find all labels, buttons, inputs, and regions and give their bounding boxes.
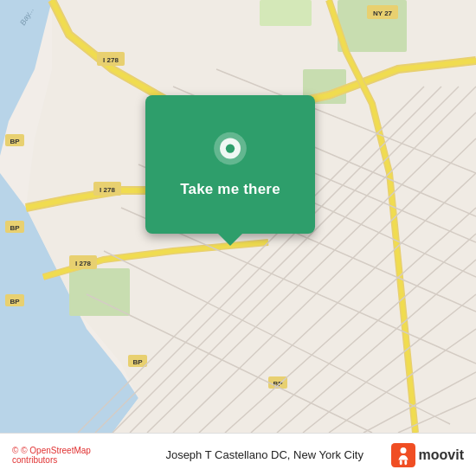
svg-rect-57	[404, 460, 407, 465]
svg-text:BP: BP	[10, 298, 20, 306]
location-label: Joseph T Castellano DC, New York City	[138, 448, 391, 461]
map-container: I 278 I 278 I 278 I 278 NY 27 BP BP BP	[0, 0, 476, 433]
svg-rect-7	[69, 268, 130, 316]
moovit-logo: moovit	[391, 443, 464, 467]
osm-text: © OpenStreetMap contributors	[12, 446, 91, 465]
moovit-brand-label: moovit	[419, 447, 464, 463]
osm-copy-symbol: ©	[12, 446, 18, 455]
svg-text:BP: BP	[132, 358, 143, 366]
svg-point-53	[226, 144, 235, 152]
location-pin-icon	[209, 131, 251, 172]
svg-text:BP: BP	[10, 224, 20, 232]
svg-text:NY 27: NY 27	[373, 10, 393, 17]
svg-text:BP: BP	[10, 138, 20, 145]
moovit-icon	[391, 443, 415, 467]
take-me-there-label: Take me there	[180, 181, 280, 198]
svg-text:I 278: I 278	[75, 260, 91, 267]
svg-rect-5	[260, 0, 312, 26]
bottom-bar: © © OpenStreetMap contributors Joseph T …	[0, 433, 476, 476]
svg-text:I 278: I 278	[100, 186, 115, 194]
svg-point-55	[400, 447, 406, 453]
osm-attribution: © © OpenStreetMap contributors	[12, 446, 138, 465]
svg-text:I 278: I 278	[103, 56, 119, 64]
svg-rect-56	[399, 460, 402, 465]
take-me-there-button[interactable]: Take me there	[145, 95, 315, 234]
